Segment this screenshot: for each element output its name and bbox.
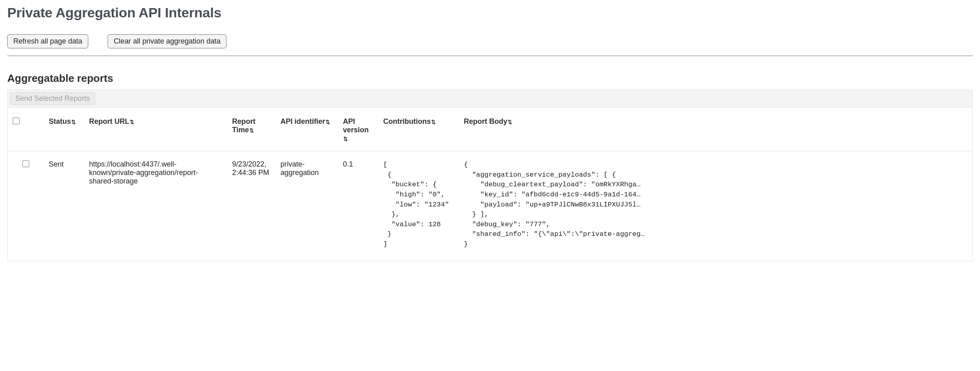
column-header-report-body[interactable]: Report Body⇅ xyxy=(459,108,972,151)
table-header-row: Status⇅ Report URL⇅ Report Time⇅ API ide… xyxy=(8,108,972,151)
sort-icon: ⇅ xyxy=(326,119,330,125)
cell-contributions: [ { "bucket": { "high": "0", "low": "123… xyxy=(378,151,459,261)
cell-status: Sent xyxy=(44,151,84,261)
send-selected-reports-button[interactable]: Send Selected Reports xyxy=(10,92,95,105)
column-header-api-identifier[interactable]: API identifier⇅ xyxy=(276,108,338,151)
cell-report-url: https://localhost:4437/.well-known/priva… xyxy=(84,151,227,261)
sort-icon: ⇅ xyxy=(71,119,76,125)
column-header-select-all[interactable] xyxy=(8,108,44,151)
row-select-cell[interactable] xyxy=(8,151,44,261)
reports-toolbar: Send Selected Reports xyxy=(8,90,972,108)
clear-all-button[interactable]: Clear all private aggregation data xyxy=(108,34,226,48)
reports-card: Send Selected Reports Status⇅ Report UR xyxy=(7,90,973,261)
column-label: Report URL xyxy=(89,117,129,125)
column-label: API version xyxy=(343,117,369,134)
cell-api-identifier: private-aggregation xyxy=(276,151,338,261)
top-toolbar: Refresh all page data Clear all private … xyxy=(7,34,973,56)
column-header-contributions[interactable]: Contributions⇅ xyxy=(378,108,459,151)
cell-api-version: 0.1 xyxy=(338,151,378,261)
table-row: Sent https://localhost:4437/.well-known/… xyxy=(8,151,972,261)
sort-icon: ⇅ xyxy=(431,119,436,125)
select-all-checkbox[interactable] xyxy=(12,117,20,125)
column-header-report-time[interactable]: Report Time⇅ xyxy=(227,108,276,151)
page-title: Private Aggregation API Internals xyxy=(7,5,973,21)
sort-icon: ⇅ xyxy=(130,119,134,125)
contributions-code: [ { "bucket": { "high": "0", "low": "123… xyxy=(383,160,454,250)
column-label: Status xyxy=(49,117,71,125)
section-heading-aggregatable-reports: Aggregatable reports xyxy=(7,72,973,85)
reports-table: Status⇅ Report URL⇅ Report Time⇅ API ide… xyxy=(8,108,972,261)
sort-icon: ⇅ xyxy=(508,119,512,125)
column-header-report-url[interactable]: Report URL⇅ xyxy=(84,108,227,151)
sort-icon: ⇅ xyxy=(249,128,254,133)
column-label: Report Body xyxy=(464,117,507,125)
cell-report-time: 9/23/2022, 2:44:36 PM xyxy=(227,151,276,261)
column-header-status[interactable]: Status⇅ xyxy=(44,108,84,151)
cell-report-body: { "aggregation_service_payloads": [ { "d… xyxy=(459,151,972,261)
refresh-all-button[interactable]: Refresh all page data xyxy=(7,34,88,48)
column-header-api-version[interactable]: API version⇅ xyxy=(338,108,378,151)
column-label: API identifier xyxy=(280,117,325,125)
sort-icon: ⇅ xyxy=(343,136,348,142)
row-checkbox[interactable] xyxy=(22,160,29,167)
report-body-code: { "aggregation_service_payloads": [ { "d… xyxy=(464,160,968,250)
column-label: Contributions xyxy=(383,117,431,125)
